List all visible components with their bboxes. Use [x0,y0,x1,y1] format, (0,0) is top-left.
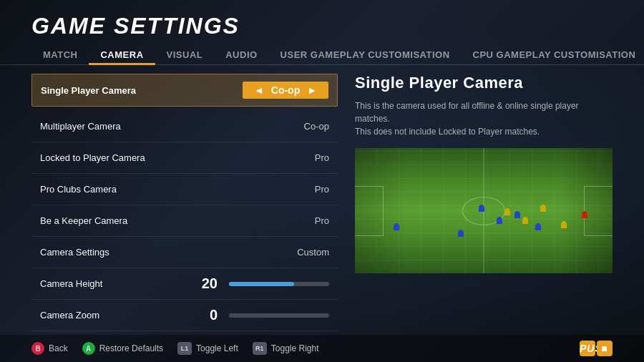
tab-bar: MATCH CAMERA VISUAL AUDIO USER GAMEPLAY … [0,39,644,65]
restore-defaults-button[interactable]: A Restore Defaults [82,342,163,355]
list-item[interactable]: Single Player Camera ◄ Co-op ► [31,74,338,107]
list-item[interactable]: Camera Zoom 0 [31,300,338,331]
setting-label: Multiplayer Camera [40,121,121,132]
list-item[interactable]: Pro Clubs Camera Pro [31,174,338,205]
setting-value: Pro [315,215,329,226]
setting-label: Single Player Camera [41,85,136,96]
setting-value: Pro [315,184,329,195]
slider-control[interactable]: 0 [197,307,329,323]
setting-value: Custom [297,247,329,258]
toggle-left-label: Toggle Left [196,343,238,353]
list-item[interactable]: Be a Keeper Camera Pro [31,205,338,237]
back-icon: B [31,342,44,355]
setting-label: Camera Height [40,278,102,289]
footer: B Back A Restore Defaults L1 Toggle Left… [0,335,644,362]
selector-control[interactable]: ◄ Co-op ► [243,82,328,99]
brand-name: PUSH [580,341,595,356]
setting-label: Locked to Player Camera [40,152,145,163]
tab-cpu-gameplay[interactable]: CPU GAMEPLAY CUSTOMISATION [462,45,644,64]
arrow-left-icon[interactable]: ◄ [254,84,264,96]
settings-list: Single Player Camera ◄ Co-op ► Multiplay… [31,74,338,335]
toggle-right-icon: R1 [253,342,267,355]
player-icon [458,230,464,237]
info-title: Single Player Camera [355,74,613,92]
setting-value: Pro [315,152,329,163]
player-icon [582,211,587,218]
player-icon [504,208,510,215]
toggle-left-button[interactable]: L1 Toggle Left [177,342,238,355]
setting-label: Camera Settings [40,247,109,258]
camera-preview [355,148,613,273]
player-icon [561,221,567,228]
slider-track[interactable] [229,282,329,286]
player-icon [540,205,546,212]
back-button[interactable]: B Back [31,342,68,355]
toggle-right-label: Toggle Right [271,343,319,353]
restore-icon: A [82,342,95,355]
tab-user-gameplay[interactable]: USER GAMEPLAY CUSTOMISATION [269,45,462,64]
player-icon [394,223,399,230]
page-title: GAME SETTINGS [31,13,613,39]
slider-fill [229,282,294,286]
player-icon [497,217,502,224]
goal-area-right [584,186,613,236]
slider-track[interactable] [229,313,329,318]
setting-value: Co-op [304,121,329,132]
tab-match[interactable]: MATCH [31,45,89,64]
player-icon [479,205,484,212]
setting-label: Pro Clubs Camera [40,184,117,195]
tab-camera[interactable]: CAMERA [89,45,155,64]
selected-value: Co-op [271,84,300,96]
brand-icon: ■ [597,341,613,356]
setting-label: Be a Keeper Camera [40,215,127,226]
toggle-right-button[interactable]: R1 Toggle Right [253,342,319,355]
back-label: Back [49,343,68,353]
list-item[interactable]: Multiplayer Camera Co-op [31,111,338,142]
slider-value: 0 [197,307,218,323]
list-item[interactable]: Locked to Player Camera Pro [31,142,338,174]
slider-control[interactable]: 20 [197,275,329,292]
tab-audio[interactable]: AUDIO [214,45,268,64]
list-item[interactable]: Camera Height 20 [31,268,338,300]
main-content: Single Player Camera ◄ Co-op ► Multiplay… [0,65,644,335]
goal-area-left [355,186,384,236]
toggle-left-icon: L1 [177,342,192,355]
restore-label: Restore Defaults [99,343,163,353]
info-description: This is the camera used for all offline … [355,99,584,138]
brand-logo: PUSH■ [578,341,613,356]
tab-visual[interactable]: VISUAL [155,45,215,64]
header: GAME SETTINGS [0,0,644,39]
setting-label: Camera Zoom [40,310,99,321]
slider-value: 20 [197,275,218,292]
player-icon [522,217,528,224]
list-item[interactable]: Camera Settings Custom [31,237,338,268]
player-icon [514,211,520,218]
info-panel: Single Player Camera This is the camera … [355,74,613,335]
arrow-right-icon[interactable]: ► [307,84,317,96]
player-icon [535,223,541,230]
